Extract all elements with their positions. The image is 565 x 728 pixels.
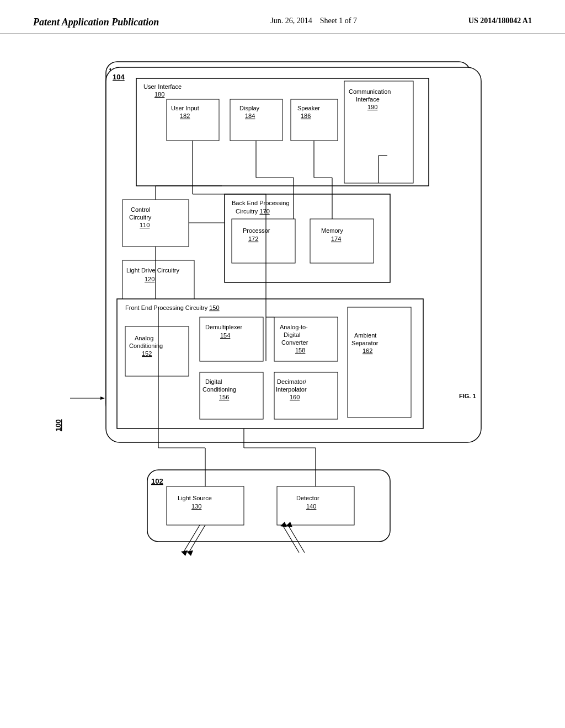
svg-text:174: 174 [331, 235, 341, 242]
svg-rect-123 [167, 486, 244, 525]
header-left: Patent Application Publication [33, 17, 159, 28]
svg-text:160: 160 [290, 394, 300, 400]
svg-marker-60 [100, 397, 105, 400]
svg-text:Speaker: Speaker [297, 105, 320, 111]
svg-text:120: 120 [145, 276, 154, 282]
svg-rect-100 [125, 326, 189, 376]
svg-text:User Input: User Input [171, 105, 199, 111]
patent-diagram-main: .lbl { font-family: Arial, sans-serif; f… [29, 45, 536, 696]
svg-text:104: 104 [113, 73, 125, 81]
svg-text:Display: Display [239, 105, 260, 111]
svg-text:100: 100 [54, 419, 62, 431]
svg-text:User Interface: User Interface [143, 83, 182, 90]
svg-text:Analog-to-: Analog-to- [280, 324, 308, 330]
svg-text:102: 102 [151, 477, 163, 485]
svg-text:Digital: Digital [284, 331, 301, 338]
header-right: US 2014/180042 A1 [468, 17, 532, 25]
svg-text:Circuitry 170: Circuitry 170 [236, 208, 270, 215]
svg-text:FIG. 1: FIG. 1 [459, 393, 476, 399]
svg-text:Front End Processing Circuitry: Front End Processing Circuitry 150 [125, 304, 220, 311]
svg-rect-117 [348, 307, 411, 417]
page-header: Patent Application Publication Jun. 26, … [0, 0, 565, 34]
svg-rect-89 [232, 219, 295, 263]
svg-marker-157 [181, 550, 188, 556]
svg-text:Interpolator: Interpolator [276, 386, 307, 393]
header-center: Jun. 26, 2014 Sheet 1 of 7 [270, 17, 357, 25]
svg-rect-92 [310, 219, 374, 263]
svg-text:190: 190 [367, 104, 377, 110]
svg-text:154: 154 [220, 332, 230, 339]
svg-text:Decimator/: Decimator/ [277, 378, 307, 385]
svg-text:162: 162 [363, 347, 372, 354]
svg-text:Demultiplexer: Demultiplexer [205, 324, 243, 330]
svg-text:158: 158 [295, 347, 305, 354]
svg-text:Circuitry: Circuitry [129, 214, 152, 221]
svg-text:Conditioning: Conditioning [202, 386, 236, 393]
svg-text:Memory: Memory [321, 227, 343, 234]
svg-text:Digital: Digital [205, 378, 222, 385]
svg-text:110: 110 [140, 222, 150, 228]
svg-text:Interface: Interface [356, 96, 380, 103]
svg-text:Light Drive Circuitry: Light Drive Circuitry [126, 267, 179, 274]
svg-text:180: 180 [154, 91, 164, 98]
svg-text:Analog: Analog [135, 335, 153, 341]
svg-text:130: 130 [191, 503, 201, 510]
svg-text:140: 140 [306, 503, 316, 510]
svg-text:184: 184 [245, 113, 255, 119]
svg-text:Control: Control [131, 206, 150, 213]
svg-text:Light Source: Light Source [178, 495, 212, 501]
svg-text:Converter: Converter [281, 339, 308, 346]
svg-text:172: 172 [248, 235, 258, 242]
svg-text:Ambient: Ambient [354, 332, 376, 339]
svg-text:152: 152 [142, 350, 152, 357]
svg-text:Back End Processing: Back End Processing [232, 200, 290, 206]
svg-text:182: 182 [180, 113, 190, 119]
svg-marker-158 [186, 550, 193, 556]
svg-text:Detector: Detector [296, 495, 319, 501]
svg-text:Conditioning: Conditioning [129, 342, 163, 349]
svg-text:186: 186 [301, 113, 311, 119]
svg-text:Communication: Communication [349, 88, 391, 95]
diagram-area: text { font-family: Arial, Helvetica, sa… [0, 34, 565, 707]
svg-text:156: 156 [219, 394, 229, 400]
svg-text:Separator: Separator [351, 340, 379, 346]
